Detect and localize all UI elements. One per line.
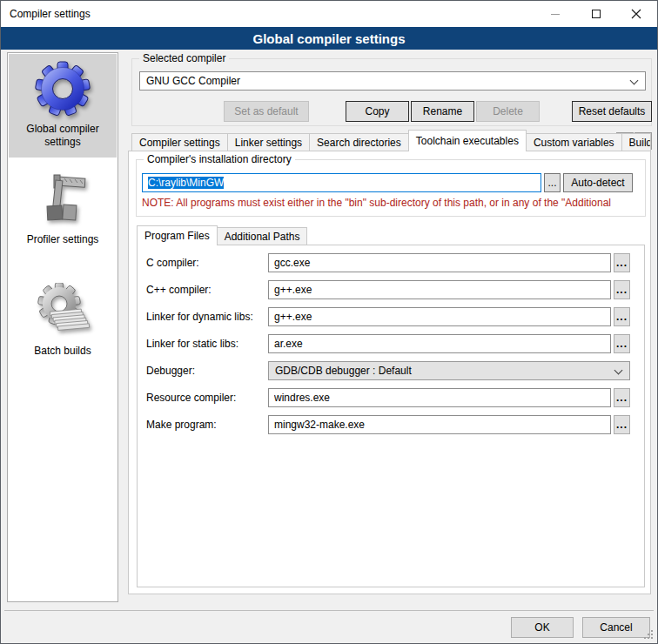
copy-button[interactable]: Copy [346,101,409,122]
sidebar-item-label: Profiler settings [27,233,99,246]
chevron-down-icon [630,77,639,85]
sidebar-item-label: Batch builds [34,345,91,358]
browse-linker-static-button[interactable]: ... [614,334,630,353]
cpp-compiler-input[interactable] [268,280,611,299]
minimize-button[interactable] [535,1,575,27]
installation-directory-group: Compiler's installation directory C:\ray… [136,159,646,217]
browse-cpp-compiler-button[interactable]: ... [614,280,630,299]
resource-compiler-input[interactable] [268,388,611,407]
blue-gear-icon [35,61,91,117]
browse-resource-compiler-button[interactable]: ... [614,388,630,407]
rename-button[interactable]: Rename [411,101,474,122]
program-files-page: C compiler: ... C++ compiler: ... Linker… [137,245,645,587]
field-label-make-program: Make program: [146,415,217,434]
close-button[interactable] [616,1,656,27]
tab-linker-settings[interactable]: Linker settings [227,133,310,151]
banner-title: Global compiler settings [252,31,405,46]
selected-text: C:\raylib\MinGW [148,177,224,189]
field-label-cpp-compiler: C++ compiler: [146,280,212,299]
sidebar-item-profiler-settings[interactable]: Profiler settings [8,164,118,255]
maximize-icon [592,10,601,18]
cancel-button[interactable]: Cancel [582,617,650,638]
close-icon [631,9,641,19]
make-program-input[interactable] [268,415,611,434]
settings-sidebar: Global compiler settings Profiler settin… [7,52,118,602]
tab-additional-paths[interactable]: Additional Paths [217,227,308,245]
browse-linker-dynamic-button[interactable]: ... [614,307,630,326]
field-label-c-compiler: C compiler: [146,253,199,272]
tab-toolchain-executables[interactable]: Toolchain executables [408,130,527,151]
footer-divider [4,610,654,611]
reset-defaults-button[interactable]: Reset defaults [572,101,652,122]
set-as-default-button: Set as default [224,101,309,122]
group-label: Selected compiler [139,52,229,64]
browse-make-program-button[interactable]: ... [614,415,630,434]
browse-directory-button[interactable]: ... [544,173,561,192]
browse-c-compiler-button[interactable]: ... [614,253,630,272]
note-text: NOTE: All programs must exist either in … [142,197,645,209]
toolchain-executables-page: Compiler's installation directory C:\ray… [128,151,651,594]
field-label-linker-dynamic: Linker for dynamic libs: [146,307,253,326]
chevron-down-icon [614,366,623,375]
ok-button[interactable]: OK [511,617,574,638]
sidebar-item-batch-builds[interactable]: Batch builds [8,276,118,366]
debugger-select-value: GDB/CDB debugger : Default [275,365,412,377]
linker-dynamic-input[interactable] [268,307,611,326]
titlebar: Compiler settings [1,1,657,27]
field-label-debugger: Debugger: [146,361,195,380]
c-compiler-input[interactable] [268,253,611,272]
group-label: Compiler's installation directory [144,153,295,165]
compiler-settings-dialog: Compiler settings Global compiler settin… [0,0,658,644]
caliper-icon [35,171,91,227]
minimize-icon [551,14,560,15]
compiler-select[interactable]: GNU GCC Compiler [139,71,646,91]
tab-search-directories[interactable]: Search directories [309,133,409,151]
field-label-linker-static: Linker for static libs: [146,334,238,353]
compiler-select-value: GNU GCC Compiler [146,75,240,87]
dialog-banner: Global compiler settings [1,27,657,50]
auto-detect-button[interactable]: Auto-detect [563,173,633,192]
program-files-tabstrip: Program Files Additional Paths [137,225,307,245]
tab-program-files[interactable]: Program Files [137,225,218,245]
field-label-resource-compiler: Resource compiler: [146,388,236,407]
sidebar-item-label: Global compiler settings [10,123,115,149]
installation-directory-input[interactable]: C:\raylib\MinGW [142,173,541,192]
maximize-button[interactable] [576,1,616,27]
resize-grip[interactable] [644,630,653,639]
linker-static-input[interactable] [268,334,611,353]
window-title: Compiler settings [10,8,91,20]
settings-tabstrip: Compiler settings Linker settings Search… [131,130,651,151]
sidebar-item-global-compiler-settings[interactable]: Global compiler settings [9,54,117,158]
delete-button: Delete [476,101,540,122]
tab-custom-variables[interactable]: Custom variables [526,133,622,151]
gray-gear-stack-icon [35,283,91,339]
selected-compiler-group: Selected compiler GNU GCC Compiler Set a… [131,58,652,126]
tab-compiler-settings[interactable]: Compiler settings [131,133,228,151]
tab-build-options[interactable]: Build options [621,133,651,151]
debugger-select[interactable]: GDB/CDB debugger : Default [268,361,630,380]
